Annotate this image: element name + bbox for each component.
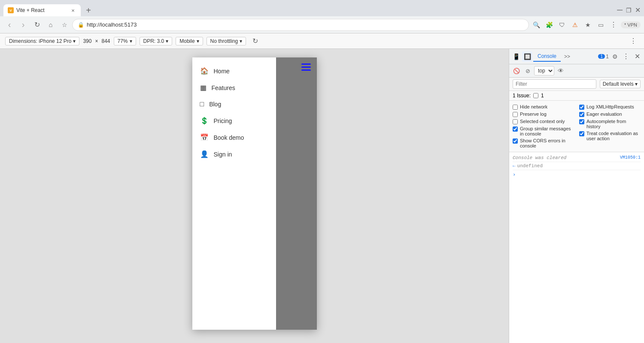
more-tabs-button[interactable]: >>: [562, 52, 573, 61]
treat-code-label: Treat code evaluation as user action: [586, 131, 641, 141]
console-source-link[interactable]: VM1050:1: [620, 155, 641, 160]
nav-item-book-demo[interactable]: 📅 Book demo: [192, 129, 276, 146]
tab-number: 1: [606, 54, 609, 60]
console-output: Console was cleared VM1050:1 ← undefined…: [509, 152, 644, 343]
sign-in-nav-icon: 👤: [200, 150, 209, 158]
devtools-panel: 📱 🔲 Console >> 1 1 ⚙ ⋮ ✕ 🚫 ⊘: [509, 49, 644, 343]
more-options-button[interactable]: ⋮: [628, 36, 639, 47]
hide-network-checkbox[interactable]: [513, 105, 518, 110]
selected-context-checkbox[interactable]: [513, 119, 518, 124]
tab-bar: V Vite + React × + ─ ❐ ✕: [0, 0, 644, 16]
puzzle-icon[interactable]: ★: [582, 19, 593, 30]
browser-window: V Vite + React × + ─ ❐ ✕ ‹ › ↻ ⌂ ☆ 🔒 htt…: [0, 0, 644, 343]
active-tab[interactable]: V Vite + React ×: [3, 4, 81, 16]
hide-network-label: Hide network: [520, 104, 547, 109]
log-xml-checkbox[interactable]: [579, 105, 584, 110]
hamburger-menu-button[interactable]: [300, 62, 313, 72]
minimize-button[interactable]: ─: [617, 6, 623, 15]
devtools-toolbar: 🚫 ⊘ top 👁: [509, 64, 644, 78]
mobile-nav-panel: 🏠 Home ▦ Features □ Blog: [192, 57, 276, 330]
address-bar[interactable]: 🔒 http://localhost:5173: [72, 19, 529, 31]
throttle-label: No throttling: [210, 38, 238, 44]
dpr-label: DPR: 3.0: [143, 38, 164, 44]
nav-item-features[interactable]: ▦ Features: [192, 79, 276, 96]
close-window-button[interactable]: ✕: [635, 6, 641, 14]
bookmark-button[interactable]: ☆: [58, 19, 70, 31]
autocomplete-label: Autocomplete from history: [586, 119, 641, 129]
issues-checkbox[interactable]: [533, 93, 538, 98]
alert-icon[interactable]: ⚠: [569, 19, 580, 30]
viewport-area: 🏠 Home ▦ Features □ Blog: [0, 49, 509, 343]
tab-close-icon[interactable]: ×: [70, 7, 76, 14]
features-nav-label: Features: [212, 84, 235, 91]
devtools-more-icon[interactable]: ⋮: [621, 51, 631, 62]
mobile-content-panel: [276, 57, 317, 330]
new-tab-button[interactable]: +: [82, 4, 94, 16]
arrow-left-icon: ←: [513, 163, 516, 168]
home-button[interactable]: ⌂: [45, 19, 57, 31]
clear-console-icon[interactable]: 🚫: [512, 66, 521, 75]
eager-eval-checkbox[interactable]: [579, 112, 584, 117]
issues-label: 1 Issue:: [513, 93, 531, 99]
mode-label: Mobile: [179, 38, 194, 44]
nav-item-sign-in[interactable]: 👤 Sign in: [192, 146, 276, 162]
nav-item-pricing[interactable]: 💲 Pricing: [192, 112, 276, 129]
device-mode-icon[interactable]: 📱: [511, 51, 521, 62]
rotate-button[interactable]: ↻: [249, 36, 261, 47]
reload-button[interactable]: ↻: [31, 19, 43, 31]
dpr-selector[interactable]: DPR: 3.0 ▾: [140, 37, 173, 45]
console-line-undefined: ← undefined: [513, 162, 641, 170]
setting-hide-network: Hide network: [513, 103, 574, 111]
preserve-log-label: Preserve log: [520, 111, 547, 117]
console-input[interactable]: [517, 172, 641, 177]
back-button[interactable]: ‹: [3, 19, 15, 31]
sign-in-nav-label: Sign in: [214, 151, 232, 158]
zoom-label: 77%: [118, 38, 128, 44]
inspect-icon[interactable]: 🔲: [522, 51, 532, 62]
nav-item-blog[interactable]: □ Blog: [192, 96, 276, 112]
console-tab[interactable]: Console: [533, 51, 561, 62]
autocomplete-checkbox[interactable]: [579, 119, 584, 124]
vpn-badge[interactable]: * VPN: [621, 21, 641, 28]
group-similar-checkbox[interactable]: [513, 126, 518, 132]
throttle-selector[interactable]: No throttling ▾: [207, 37, 246, 45]
restore-button[interactable]: ❐: [626, 7, 632, 14]
hamburger-line-3: [301, 69, 311, 71]
forward-button[interactable]: ›: [17, 19, 29, 31]
mode-selector[interactable]: Mobile ▾: [176, 37, 203, 45]
search-icon[interactable]: 🔍: [531, 19, 542, 30]
width-value: 390: [83, 38, 91, 44]
devtools-close-icon[interactable]: ✕: [632, 51, 642, 62]
shield-icon[interactable]: 🛡: [556, 19, 568, 30]
browser-menu-icon[interactable]: ⋮: [608, 19, 619, 30]
cast-icon[interactable]: ▭: [595, 19, 606, 30]
console-prompt-line[interactable]: ›: [513, 170, 641, 179]
dimensions-selector[interactable]: Dimensions: iPhone 12 Pro ▾: [5, 37, 79, 45]
setting-log-xml: Log XMLHttpRequests: [579, 103, 641, 111]
devtools-tab-bar: 📱 🔲 Console >> 1 1 ⚙ ⋮ ✕: [509, 49, 644, 64]
setting-selected-context: Selected context only: [513, 118, 574, 125]
preserve-log-checkbox[interactable]: [513, 112, 518, 117]
undefined-text: undefined: [517, 163, 543, 168]
filter-toggle-icon[interactable]: ⊘: [523, 66, 532, 75]
nav-bar: ‹ › ↻ ⌂ ☆ 🔒 http://localhost:5173 🔍 🧩 🛡 …: [0, 16, 644, 33]
settings-grid: Hide network Preserve log Selected conte…: [513, 103, 641, 149]
book-demo-nav-icon: 📅: [200, 133, 209, 141]
home-nav-label: Home: [214, 68, 230, 75]
default-levels-button[interactable]: Default levels ▾: [600, 80, 641, 88]
device-toolbar: Dimensions: iPhone 12 Pro ▾ 390 × 844 77…: [0, 33, 644, 49]
treat-code-checkbox[interactable]: [579, 131, 584, 136]
zoom-selector[interactable]: 77% ▾: [114, 37, 136, 45]
issues-count: 1: [541, 93, 544, 99]
context-selector[interactable]: top: [534, 66, 554, 75]
nav-item-home[interactable]: 🏠 Home: [192, 63, 276, 79]
eye-button[interactable]: 👁: [556, 66, 565, 75]
show-cors-checkbox[interactable]: [513, 138, 518, 144]
main-area: 🏠 Home ▦ Features □ Blog: [0, 49, 644, 343]
devtools-settings-icon[interactable]: ⚙: [610, 51, 620, 62]
filter-input[interactable]: [513, 79, 596, 89]
blog-nav-label: Blog: [209, 101, 221, 108]
selected-context-label: Selected context only: [520, 119, 565, 124]
hamburger-line-1: [301, 63, 311, 65]
extensions-icon[interactable]: 🧩: [544, 19, 555, 30]
